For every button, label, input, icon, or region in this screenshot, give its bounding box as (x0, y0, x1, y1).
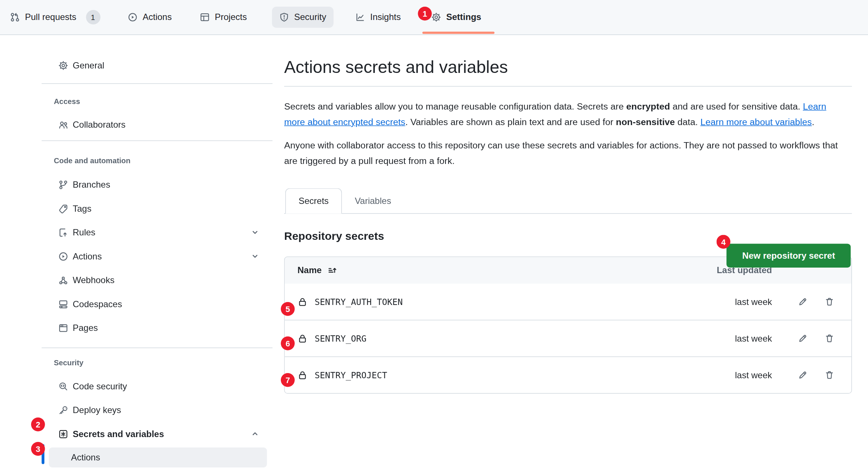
key-icon (58, 405, 68, 415)
sidebar-section-access: Access (42, 95, 273, 107)
sidebar-item-label: General (73, 60, 104, 70)
intro-text: Secrets and variables allow you to manag… (284, 101, 626, 111)
table-row: SENTRY_PROJECT last week (285, 356, 852, 393)
rules-icon (58, 227, 68, 237)
annotation-mark-4: 4 (717, 235, 731, 249)
collaborator-paragraph: Anyone with collaborator access to this … (284, 137, 846, 168)
sidebar-item-codespaces[interactable]: Codespaces (42, 292, 273, 316)
intro-text: . (812, 117, 814, 127)
sidebar-item-label: Collaborators (73, 120, 126, 130)
chevron-down-icon (251, 252, 259, 261)
play-icon (58, 251, 68, 261)
sidebar-item-label: Code security (73, 381, 127, 391)
sidebar-subitem-actions-secrets[interactable]: Actions (49, 447, 267, 467)
chevron-down-icon (251, 228, 259, 237)
sidebar-item-rules[interactable]: Rules (42, 221, 273, 245)
gear-icon (58, 60, 68, 70)
sort-control[interactable] (327, 266, 337, 275)
sidebar-item-label: Secrets and variables (73, 429, 164, 439)
sidebar-section-security: Security (42, 357, 273, 368)
sidebar-item-secrets-and-variables[interactable]: Secrets and variables (42, 422, 273, 446)
annotation-mark-5: 5 (281, 302, 295, 316)
code-scan-icon (58, 381, 68, 391)
sidebar-item-tags[interactable]: Tags (42, 197, 273, 221)
last-updated-value: last week (735, 333, 772, 343)
divider (284, 86, 852, 87)
sidebar-item-label: Branches (73, 180, 110, 189)
lock-icon (297, 333, 307, 343)
intro-text: and are used for sensitive data. (670, 101, 803, 111)
chevron-up-icon (251, 430, 259, 438)
sidebar-item-label: Pages (73, 323, 98, 333)
divider (42, 141, 273, 141)
tab-secrets[interactable]: Secrets (285, 188, 342, 214)
sidebar-item-label: Actions (71, 453, 100, 463)
table-row: SENTRY_ORG last week (285, 320, 852, 356)
sidebar-item-label: Tags (73, 204, 92, 214)
settings-sidebar: General Access Collaborators Code and au… (42, 0, 273, 467)
asterisk-box-icon (58, 429, 68, 439)
secrets-table: Name Last updated SENTRY_AUTH_TOKEN last… (284, 256, 852, 394)
sidebar-item-general[interactable]: General (42, 53, 273, 77)
trash-icon (824, 297, 834, 307)
sidebar-item-code-security[interactable]: Code security (42, 374, 273, 398)
sidebar-item-label: Actions (73, 251, 102, 261)
delete-secret-button[interactable] (820, 329, 839, 348)
intro-text: data. (675, 117, 700, 127)
link-variables[interactable]: Learn more about variables (700, 117, 812, 127)
section-title: Repository secrets (284, 230, 384, 243)
delete-secret-button[interactable] (820, 366, 839, 385)
intro-paragraph: Secrets and variables allow you to manag… (284, 98, 846, 130)
sidebar-item-collaborators[interactable]: Collaborators (42, 113, 273, 137)
sidebar-item-label: Webhooks (73, 275, 115, 285)
last-updated-value: last week (735, 370, 772, 380)
sidebar-item-label: Rules (73, 227, 95, 237)
github-settings-page: Pull requests 1 Actions Projects Securit… (0, 0, 868, 473)
trash-icon (824, 334, 834, 343)
annotation-mark-6: 6 (281, 336, 295, 350)
lock-icon (297, 370, 307, 380)
sidebar-item-webhooks[interactable]: Webhooks (42, 268, 273, 292)
trash-icon (824, 370, 834, 380)
webhook-icon (58, 275, 68, 285)
page-title: Actions secrets and variables (284, 57, 852, 78)
sidebar-item-label: Codespaces (73, 299, 122, 309)
tab-variables[interactable]: Variables (342, 189, 404, 213)
sort-ascending-icon (327, 266, 337, 275)
divider (42, 83, 273, 84)
git-pull-request-icon (10, 12, 20, 22)
edit-secret-button[interactable] (793, 329, 812, 348)
table-row: SENTRY_AUTH_TOKEN last week (285, 284, 852, 320)
pencil-icon (798, 334, 807, 343)
sidebar-section-code-automation: Code and automation (42, 155, 273, 166)
delete-secret-button[interactable] (820, 292, 839, 311)
intro-bold-encrypted: encrypted (626, 101, 670, 111)
browser-icon (58, 323, 68, 333)
edit-secret-button[interactable] (793, 292, 812, 311)
pencil-icon (798, 297, 807, 307)
secrets-variables-tabnav: Secrets Variables (284, 188, 852, 214)
lock-icon (297, 297, 307, 307)
sidebar-item-label: Deploy keys (73, 405, 121, 415)
main-content: Actions secrets and variables Secrets an… (284, 0, 852, 394)
secret-name: SENTRY_PROJECT (315, 370, 387, 380)
sidebar-item-actions[interactable]: Actions (42, 244, 273, 268)
secret-name: SENTRY_AUTH_TOKEN (315, 297, 403, 307)
people-icon (58, 120, 68, 130)
repository-secrets-header-row: Repository secrets (284, 230, 852, 243)
sidebar-item-deploy-keys[interactable]: Deploy keys (42, 398, 273, 422)
edit-secret-button[interactable] (793, 366, 812, 385)
last-updated-value: last week (735, 297, 772, 307)
codespaces-icon (58, 299, 68, 309)
sidebar-item-pages[interactable]: Pages (42, 316, 273, 340)
intro-text: . Variables are shown as plain text and … (405, 117, 616, 127)
tag-icon (58, 204, 68, 214)
new-repository-secret-button[interactable]: New repository secret (727, 244, 851, 268)
column-header-name: Name (297, 265, 322, 275)
divider (42, 348, 273, 348)
sidebar-item-branches[interactable]: Branches (42, 173, 273, 197)
secret-name: SENTRY_ORG (315, 333, 367, 343)
annotation-mark-7: 7 (281, 373, 295, 387)
annotation-mark-2: 2 (31, 417, 45, 432)
intro-bold-non-sensitive: non-sensitive (616, 117, 675, 127)
